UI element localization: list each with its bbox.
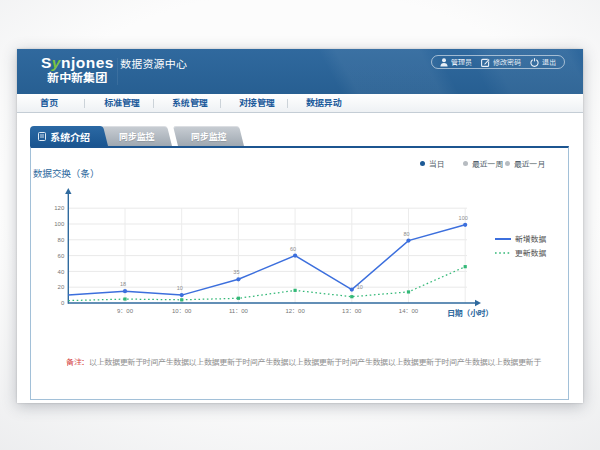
y-tick-label: 60 [58,253,65,259]
tab-sync-monitor-2[interactable]: 同步监控 [173,126,244,146]
user-toolbar: 管理员 修改密码 退出 [431,55,565,69]
data-point [180,293,184,297]
x-tick-label: 14：00 [399,308,419,314]
filter-option-today[interactable]: 当日 [420,158,445,169]
legend-label: 新增数据 [515,234,546,244]
nav-item-system-mgmt[interactable]: 系统管理 [172,94,208,112]
current-user-label: 管理员 [451,57,472,67]
data-point [293,254,297,258]
data-point-label: 60 [290,246,296,252]
filter-label: 最近一周 [472,158,503,169]
logo-text-njones: njones [61,54,114,71]
main-nav: 首页 标准管理 系统管理 对接管理 数据异动 [17,94,583,113]
y-tick-label: 100 [54,221,65,227]
y-tick-label: 0 [61,300,65,306]
data-point [123,297,126,300]
document-icon [38,132,46,141]
tab-label: 系统介绍 [50,129,90,144]
change-password-label: 修改密码 [493,57,521,67]
nav-item-data-change[interactable]: 数据异动 [306,94,342,112]
x-tick-label: 12：00 [285,308,305,314]
data-point [350,295,353,298]
data-point [407,290,410,293]
y-tick-label: 20 [58,284,65,290]
data-point [236,277,240,281]
x-axis-arrow-icon [475,300,481,306]
data-point [123,289,127,293]
x-tick-label: 11：00 [229,308,249,314]
logo-text-s: S [41,54,52,71]
tab-system-intro[interactable]: 系统介绍 [30,126,98,146]
data-point [237,297,240,300]
nav-item-standard-mgmt[interactable]: 标准管理 [104,94,140,112]
radio-dot-selected-icon [420,161,425,166]
data-point-label: 80 [403,231,409,237]
edit-icon [481,58,490,67]
legend-label: 更新数据 [515,249,546,258]
radio-dot-icon [505,161,510,166]
footnote-prefix-text: 备注 [66,358,81,367]
footnote-colon: ： [81,358,89,367]
range-filter: 当日 最近一周 最近一月 [31,158,568,169]
data-point-label: 10 [177,285,183,291]
filter-label: 当日 [429,158,445,169]
nav-item-home[interactable]: 首页 [40,94,58,112]
page: { "brand": { "logo_part1": "S", "logo_ac… [0,0,600,450]
data-point [464,265,467,268]
data-point-label: 100 [459,215,468,221]
app-window: Synjones 新中新集团 数据资源中心 管理员 修改密码 退出 首页 标准管… [17,49,583,403]
data-point [463,223,467,227]
tab-sync-monitor-1[interactable]: 同步监控 [101,126,172,146]
logout-label: 退出 [542,57,556,67]
footnote: 备注：以上数据更新于时间产生数据以上数据更新于时间产生数据以上数据更新于时间产生… [66,356,541,367]
brand-logo-en: Synjones [41,55,113,71]
tab-label: 同步监控 [190,130,226,143]
nav-separator [287,99,288,108]
x-tick-label: 9：00 [117,308,134,314]
y-tick-label: 120 [54,205,65,211]
x-tick-label: 13：00 [342,308,362,314]
brand-logo: Synjones 新中新集团 [41,55,113,85]
y-tick-label: 80 [58,237,65,243]
nav-item-connect-mgmt[interactable]: 对接管理 [239,94,275,112]
brand-logo-cn: 新中新集团 [41,72,113,85]
user-icon [440,58,448,67]
nav-separator [84,99,85,108]
logo-accent-y: y [52,54,61,71]
filter-label: 最近一月 [514,158,545,169]
data-point [180,298,183,301]
data-point [350,287,354,291]
y-axis-title: 数据交换（条） [33,168,100,179]
change-password-button[interactable]: 修改密码 [481,57,521,67]
footnote-prefix: 备注： [66,358,89,367]
header-divider [117,58,118,85]
data-point-label: 35 [233,269,239,275]
x-tick-label: 10：00 [172,308,192,314]
radio-dot-icon [463,161,468,166]
data-point-label: 18 [120,281,126,287]
data-point-label: 10 [357,284,363,290]
y-axis-arrow-icon [65,188,71,194]
logout-button[interactable]: 退出 [530,57,556,67]
current-user-button[interactable]: 管理员 [440,57,472,67]
tab-label: 同步监控 [118,130,154,143]
content-area: 系统介绍 同步监控 同步监控 0204060801001209：0010：001… [17,113,583,403]
nav-separator [153,99,154,108]
y-tick-label: 40 [58,269,65,275]
header-bar: Synjones 新中新集团 数据资源中心 管理员 修改密码 退出 [17,49,583,94]
data-point [294,289,297,292]
nav-separator [220,99,221,108]
filter-option-last-month[interactable]: 最近一月 [505,158,545,169]
footnote-body: 以上数据更新于时间产生数据以上数据更新于时间产生数据以上数据更新于时间产生数据以… [89,358,541,367]
page-title: 数据资源中心 [120,51,187,78]
chart-panel: 0204060801001209：0010：0011：0012：0013：001… [30,146,569,400]
power-icon [530,58,539,67]
x-axis-title: 日期（小时） [447,309,493,318]
data-point [406,238,410,242]
filter-option-last-week[interactable]: 最近一周 [463,158,503,169]
